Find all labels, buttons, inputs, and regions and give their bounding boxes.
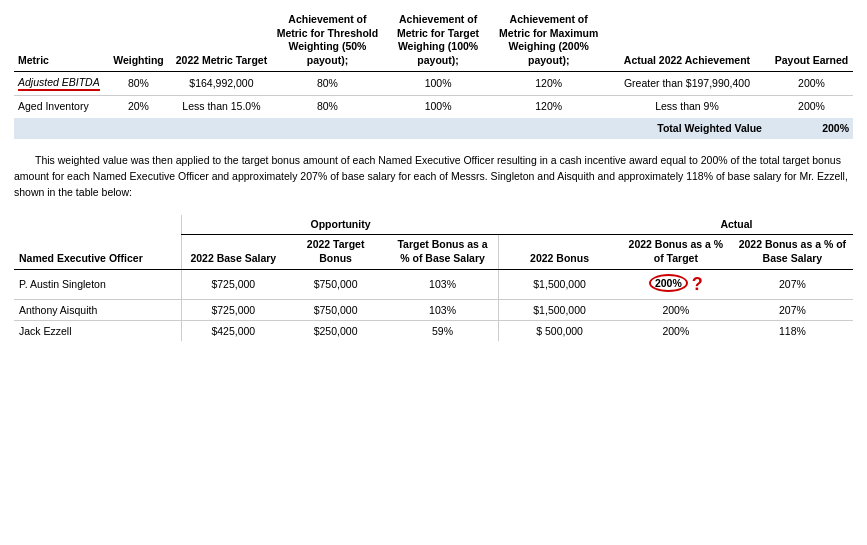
table-row: Aged Inventory 20% Less than 15.0% 80% 1…	[14, 96, 853, 118]
table-row: Anthony Aisquith $725,000 $750,000 103% …	[14, 299, 853, 320]
max-val: 120%	[493, 96, 604, 118]
target-bonus-pct: 59%	[387, 320, 499, 341]
target-val: $164,992,000	[171, 71, 272, 96]
target-bonus-pct: 103%	[387, 299, 499, 320]
metric-name: Adjusted EBITDA	[14, 71, 106, 96]
col-target-bonus-pct: Target Bonus as a % of Base Salary	[387, 235, 499, 269]
circled-200-badge: 200%	[649, 274, 688, 292]
metrics-table: Metric Weighting 2022 Metric Target Achi…	[14, 10, 853, 139]
col-achieve-threshold: Achievement of Metric for Threshold Weig…	[272, 10, 383, 71]
col-base-salary: 2022 Base Salary	[182, 235, 285, 269]
table-row: P. Austin Singleton $725,000 $750,000 10…	[14, 269, 853, 299]
description-paragraph: This weighted value was then applied to …	[14, 153, 853, 200]
base-salary: $725,000	[182, 299, 285, 320]
target-bonus: $750,000	[284, 269, 387, 299]
total-value: 200%	[770, 118, 853, 140]
target-val: Less than 15.0%	[171, 96, 272, 118]
payout-val: 200%	[770, 96, 853, 118]
base-salary: $725,000	[182, 269, 285, 299]
bonus-pct-base: 207%	[732, 299, 853, 320]
opportunity-header: Opportunity	[182, 215, 499, 235]
actual-val: Greater than $197,990,400	[604, 71, 770, 96]
bonus-2022: $1,500,000	[499, 269, 620, 299]
neo-table: Named Executive Officer Opportunity Actu…	[14, 215, 853, 341]
col-actual-2022: Actual 2022 Achievement	[604, 10, 770, 71]
col-achieve-target: Achievement of Metric for Target Weighin…	[383, 10, 494, 71]
neo-name: Anthony Aisquith	[14, 299, 182, 320]
question-mark-icon: ?	[692, 274, 703, 294]
actual-val: Less than 9%	[604, 96, 770, 118]
col-weighting: Weighting	[106, 10, 171, 71]
bonus-pct-target: 200%	[620, 299, 732, 320]
actual-header: Actual	[620, 215, 853, 235]
bonus-2022: $1,500,000	[499, 299, 620, 320]
thresh-val: 80%	[272, 71, 383, 96]
neo-name: Jack Ezzell	[14, 320, 182, 341]
thresh-val: 80%	[272, 96, 383, 118]
metric-name: Aged Inventory	[14, 96, 106, 118]
col-neo-header: Named Executive Officer	[14, 215, 182, 269]
target-bonus: $250,000	[284, 320, 387, 341]
col-achieve-max: Achievement of Metric for Maximum Weighi…	[493, 10, 604, 71]
total-row: Total Weighted Value 200%	[14, 118, 853, 140]
payout-val: 200%	[770, 71, 853, 96]
col-payout: Payout Earned	[770, 10, 853, 71]
col-target-2022: 2022 Metric Target	[171, 10, 272, 71]
target-bonus: $750,000	[284, 299, 387, 320]
col-bonus-pct-target: 2022 Bonus as a % of Target	[620, 235, 732, 269]
group-header-row: Named Executive Officer Opportunity Actu…	[14, 215, 853, 235]
total-label: Total Weighted Value	[14, 118, 770, 140]
col-metric: Metric	[14, 10, 106, 71]
base-salary: $425,000	[182, 320, 285, 341]
bonus-2022: $ 500,000	[499, 320, 620, 341]
col-bonus-pct-base: 2022 Bonus as a % of Base Salary	[732, 235, 853, 269]
bonus-pct-base: 118%	[732, 320, 853, 341]
max-val: 120%	[493, 71, 604, 96]
tgt-val: 100%	[383, 96, 494, 118]
bonus-pct-target: 200%?	[620, 269, 732, 299]
tgt-val: 100%	[383, 71, 494, 96]
table-row: Jack Ezzell $425,000 $250,000 59% $ 500,…	[14, 320, 853, 341]
bonus-pct-base: 207%	[732, 269, 853, 299]
ebitda-label: Adjusted EBITDA	[18, 76, 100, 92]
weighting-val: 80%	[106, 71, 171, 96]
weighting-val: 20%	[106, 96, 171, 118]
col-2022-bonus: 2022 Bonus	[499, 235, 620, 269]
target-bonus-pct: 103%	[387, 269, 499, 299]
col-target-bonus: 2022 Target Bonus	[284, 235, 387, 269]
table-row: Adjusted EBITDA 80% $164,992,000 80% 100…	[14, 71, 853, 96]
neo-name: P. Austin Singleton	[14, 269, 182, 299]
bonus-pct-target: 200%	[620, 320, 732, 341]
